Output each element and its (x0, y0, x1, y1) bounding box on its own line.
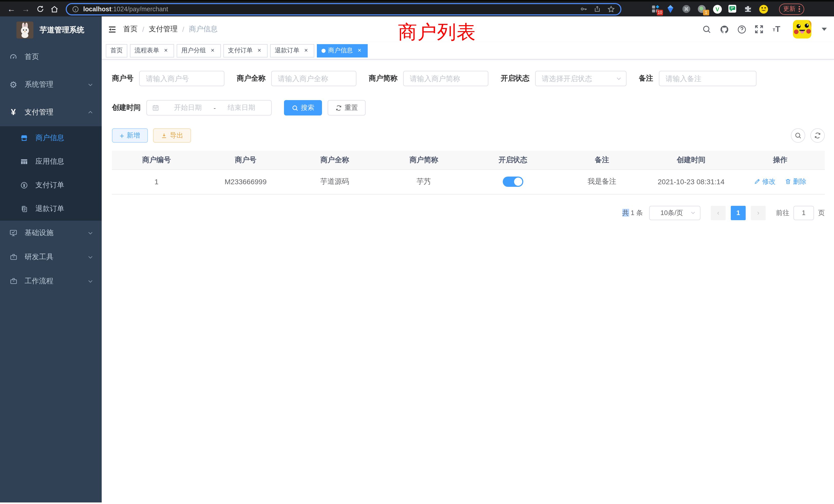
tab-pay-orders[interactable]: 支付订单 × (223, 44, 267, 57)
add-button[interactable]: + 新增 (112, 128, 148, 143)
github-icon[interactable] (719, 24, 729, 35)
browser-forward-button[interactable]: → (19, 2, 33, 16)
breadcrumb-home[interactable]: 首页 (123, 25, 138, 34)
cell-merchant-id: 1 (112, 169, 201, 194)
refresh-icon (335, 105, 342, 111)
briefcase-icon (9, 277, 18, 285)
sidebar-item-infrastructure[interactable]: 基础设施 (0, 221, 102, 245)
sidebar-logo[interactable]: 芋道管理系统 (0, 17, 102, 43)
search-icon[interactable] (702, 24, 712, 35)
end-date-placeholder[interactable]: 结束日期 (217, 103, 266, 112)
page-size-input[interactable] (649, 206, 701, 220)
sidebar-item-pay-orders[interactable]: 支付订单 (0, 174, 102, 197)
tab-process-form[interactable]: 流程表单 × (130, 44, 174, 57)
update-label: 更新 (783, 5, 795, 13)
sidebar-item-merchant-info[interactable]: 商户信息 (0, 126, 102, 150)
user-avatar[interactable] (793, 20, 811, 39)
site-info-icon[interactable] (72, 5, 79, 13)
status-toggle[interactable] (503, 177, 523, 187)
extension-chat-icon[interactable] (728, 5, 737, 13)
status-select-input[interactable] (535, 71, 627, 86)
extension-tiles-icon[interactable]: 10 (651, 5, 660, 13)
plus-icon: + (120, 132, 124, 139)
fullscreen-icon[interactable] (754, 24, 764, 35)
tab-home[interactable]: 首页 (106, 44, 127, 57)
delete-link[interactable]: 删除 (785, 177, 806, 186)
edit-link[interactable]: 修改 (754, 177, 776, 186)
browser-back-button[interactable]: ← (4, 2, 19, 16)
prev-page-button[interactable]: ‹ (711, 206, 726, 220)
close-icon[interactable]: × (162, 47, 170, 54)
grid-icon (20, 158, 29, 166)
sidebar-item-home[interactable]: 首页 (0, 43, 102, 71)
url-text: localhost:1024/pay/merchant (83, 5, 168, 13)
close-icon[interactable]: × (256, 47, 263, 54)
extension-vue-icon[interactable]: V (713, 5, 722, 13)
sidebar-item-refund-orders[interactable]: 退款订单 (0, 197, 102, 221)
font-size-small: т (773, 26, 775, 32)
dashboard-icon (9, 53, 18, 61)
extension-strip: 10 ⌘ 1 V (651, 5, 768, 13)
toggle-search-button[interactable] (791, 128, 805, 143)
page-size-select[interactable] (649, 206, 701, 220)
document-copy-icon (20, 205, 29, 213)
page-1-button[interactable]: 1 (731, 206, 746, 220)
tab-user-group[interactable]: 用户分组 × (177, 44, 221, 57)
sidebar-item-payment[interactable]: ¥ 支付管理 (0, 98, 102, 126)
browser-reload-button[interactable] (33, 2, 47, 16)
full-name-label: 商户全称 (237, 74, 265, 83)
close-icon[interactable]: × (356, 47, 363, 54)
sidebar-item-app-info[interactable]: 应用信息 (0, 150, 102, 174)
font-size-icon[interactable]: тT (771, 24, 782, 35)
next-page-button[interactable]: › (751, 206, 766, 220)
goto-page-input[interactable] (793, 206, 814, 220)
close-icon[interactable]: × (209, 47, 216, 54)
password-key-icon[interactable] (580, 5, 588, 13)
tab-refund-orders[interactable]: 退款订单 × (270, 44, 314, 57)
cell-short-name: 芋艿 (379, 169, 468, 194)
avatar-caret-icon[interactable] (822, 28, 827, 31)
sidebar-item-workflow[interactable]: 工作流程 (0, 269, 102, 293)
breadcrumb-payment[interactable]: 支付管理 (149, 25, 178, 34)
share-icon[interactable] (594, 5, 601, 13)
short-name-input[interactable] (403, 71, 488, 86)
merchant-no-input[interactable] (139, 71, 224, 86)
help-icon[interactable] (737, 24, 747, 35)
cell-actions: 修改 删除 (736, 169, 825, 194)
url-bar[interactable]: localhost:1024/pay/merchant (66, 3, 621, 15)
total-suffix: 条 (636, 209, 643, 216)
sidebar-item-system[interactable]: ⚙ 系统管理 (0, 71, 102, 98)
refresh-table-button[interactable] (810, 128, 825, 143)
browser-menu-icon[interactable] (798, 6, 800, 12)
bookmark-star-icon[interactable] (607, 5, 615, 13)
date-range-picker[interactable]: 开始日期 - 结束日期 (146, 100, 272, 115)
profile-emoji-icon[interactable] (759, 5, 768, 13)
extension-gem-icon[interactable] (666, 5, 675, 13)
extension-command-icon[interactable]: ⌘ (682, 5, 691, 13)
sidebar-toggle-hamburger-icon[interactable] (106, 23, 118, 36)
sidebar-item-dev-tools[interactable]: 研发工具 (0, 245, 102, 269)
add-button-label: 新增 (127, 131, 140, 140)
reset-button[interactable]: 重置 (328, 100, 366, 115)
tab-merchant-info[interactable]: 商户信息 × (317, 44, 368, 57)
cell-remark: 我是备注 (557, 169, 646, 194)
form-item-short-name: 商户简称 (369, 71, 488, 86)
export-button[interactable]: 导出 (153, 128, 191, 143)
svg-text:⌘: ⌘ (684, 6, 689, 12)
status-select[interactable] (535, 71, 627, 86)
sidebar-item-label: 系统管理 (25, 80, 87, 89)
remark-input[interactable] (659, 71, 756, 86)
close-icon[interactable]: × (303, 47, 310, 54)
sidebar-item-label: 商户信息 (36, 134, 93, 143)
browser-home-button[interactable] (47, 2, 62, 16)
extension-recorder-icon[interactable]: 1 (697, 5, 706, 13)
tab-label: 首页 (110, 46, 123, 55)
full-name-input[interactable] (271, 71, 356, 86)
extensions-puzzle-icon[interactable] (744, 5, 752, 13)
start-date-placeholder[interactable]: 开始日期 (163, 103, 213, 112)
browser-update-button[interactable]: 更新 (779, 3, 804, 15)
svg-text:V: V (716, 6, 720, 13)
search-button[interactable]: 搜索 (284, 100, 322, 115)
col-create-time: 创建时间 (646, 151, 736, 169)
col-actions: 操作 (736, 151, 825, 169)
